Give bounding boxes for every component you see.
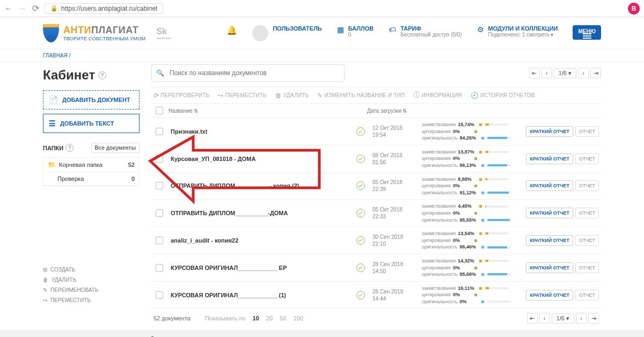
table-row[interactable]: ОТПРАВИТЬ ДИПЛОМ__________-ДОМА05 Окт 20… [151, 200, 601, 227]
breadcrumb[interactable]: ГЛАВНАЯ / [0, 49, 644, 62]
short-report-button[interactable]: КРАТКИЙ ОТЧЕТ [526, 208, 573, 218]
row-checkbox[interactable] [156, 128, 163, 135]
row-checkbox[interactable] [156, 155, 163, 163]
col-date[interactable]: Дата загрузки ⇅ [367, 108, 421, 114]
menu-label: МЕНЮ [578, 28, 596, 34]
page-next[interactable]: › [578, 68, 589, 78]
full-report-button[interactable]: ОТЧЕТ [575, 290, 599, 301]
full-report-button[interactable]: ОТЧЕТ [575, 235, 599, 246]
folder-root[interactable]: 📁 Корневая папка 52 [43, 158, 139, 172]
row-checkbox[interactable] [156, 237, 163, 244]
tool-rename[interactable]: ✎ИЗМЕНИТЬ НАЗВАНИЕ И ТИП [315, 92, 407, 99]
short-report-button[interactable]: КРАТКИЙ ОТЧЕТ [526, 290, 573, 301]
tool-delete[interactable]: 🗑УДАЛИТЬ [273, 92, 311, 99]
tool-history[interactable]: 🕘ИСТОРИЯ ОТЧЕТОВ [469, 92, 537, 99]
file-name[interactable]: ОТПРАВИТЬ ДИПЛОМ__________ - копия (2) [171, 182, 353, 189]
page-first[interactable]: ⇤ [529, 68, 540, 78]
page-next[interactable]: › [576, 313, 587, 324]
col-name[interactable]: Название ⇅ [169, 108, 351, 114]
full-report-button[interactable]: ОТЧЕТ [575, 180, 599, 191]
check-icon [356, 181, 365, 190]
check-icon [356, 127, 365, 136]
all-docs-button[interactable]: Все документы [91, 143, 140, 153]
row-checkbox[interactable] [156, 264, 163, 272]
table-row[interactable]: Курсовая_УП_081018 - ДОМА08 Окт 201801:5… [151, 145, 601, 173]
tool-move[interactable]: ↪ПЕРЕМЕСТИТЬ [216, 92, 268, 99]
page-last[interactable]: ⇥ [590, 68, 601, 78]
logo[interactable]: АНТИПЛАГИАТ ТВОРИТЕ СОБСТВЕННЫМ УМОМ [43, 24, 145, 42]
nav-reload-icon[interactable]: ⟳ [32, 3, 39, 13]
short-report-button[interactable]: КРАТКИЙ ОТЧЕТ [526, 262, 573, 273]
short-report-button[interactable]: КРАТКИЙ ОТЧЕТ [526, 126, 573, 137]
add-text-button[interactable]: ☰ ДОБАВИТЬ ТЕКСТ [43, 114, 140, 133]
upload-date: 08 Окт 201801:56 [372, 152, 419, 166]
file-name[interactable]: КУРСОВАЯ ОРИГИНАЛ____________ (1) [171, 292, 353, 298]
page-indicator[interactable]: 1/6 ▾ [554, 68, 576, 78]
tool-info[interactable]: ⓘИНФОРМАЦИЯ [411, 91, 464, 100]
row-checkbox[interactable] [156, 182, 163, 189]
create-folder[interactable]: ⊞СОЗДАТЬ [43, 265, 140, 275]
nav-fwd-icon[interactable]: → [18, 4, 27, 13]
url-bar[interactable]: 🔒 https://users.antiplagiat.ru/cabinet [45, 3, 163, 14]
full-report-button[interactable]: ОТЧЕТ [575, 153, 599, 164]
checkbox-all[interactable] [156, 107, 163, 114]
toolbar: ⟳ПЕРЕПРОВЕРИТЬ ↪ПЕРЕМЕСТИТЬ 🗑УДАЛИТЬ ✎ИЗ… [151, 87, 601, 104]
pager-bottom: ⇤ ‹ 1/6 ▾ › ⇥ [527, 313, 599, 324]
bell-icon[interactable]: 🔔 [226, 25, 237, 35]
folder-child[interactable]: Проверка 0 [43, 172, 139, 186]
balance-label: БАЛЛОВ [348, 25, 374, 32]
help-icon[interactable]: ? [98, 71, 106, 79]
balance-block[interactable]: ▦ БАЛЛОВ 0 [337, 25, 374, 38]
short-report-button[interactable]: КРАТКИЙ ОТЧЕТ [526, 180, 573, 191]
pp-20[interactable]: 20 [266, 315, 273, 321]
help-icon[interactable]: ? [65, 144, 74, 152]
gear-icon: ⚙ [477, 25, 484, 38]
page-indicator[interactable]: 1/6 ▾ [552, 313, 574, 324]
pager-top: ⇤ ‹ 1/6 ▾ › ⇥ [529, 68, 601, 78]
user-block[interactable]: ПОЛЬЗОВАТЕЛЬ [252, 25, 321, 41]
search-input[interactable]: 🔍 [151, 64, 345, 82]
modules-label: МОДУЛИ И КОЛЛЕКЦИИ [488, 25, 558, 32]
lock-icon: 🔒 [50, 5, 58, 12]
pp-10[interactable]: 10 [253, 315, 259, 321]
pp-50[interactable]: 50 [280, 315, 286, 321]
page-last[interactable]: ⇥ [588, 313, 599, 324]
full-report-button[interactable]: ОТЧЕТ [575, 126, 599, 137]
row-checkbox[interactable] [156, 209, 163, 217]
rename-folder[interactable]: ✎ПЕРЕИМЕНОВАТЬ [43, 285, 140, 295]
modules-block[interactable]: ⚙ МОДУЛИ И КОЛЛЕКЦИИ Подключено: 1 смотр… [477, 25, 558, 38]
row-actions: КРАТКИЙ ОТЧЕТОТЧЕТ [526, 235, 599, 246]
row-checkbox[interactable] [156, 291, 163, 299]
table-row[interactable]: КУРСОВАЯ ОРИГИНАЛ____________ ЕР28 Сен 2… [151, 254, 601, 282]
table-row[interactable]: analiz_i_audit - копия2230 Сен 201822:10… [151, 227, 601, 254]
page-prev[interactable]: ‹ [541, 68, 552, 78]
tarif-block[interactable]: 🏷 ТАРИФ Бесплатный доступ (0/0) [389, 25, 462, 38]
short-report-button[interactable]: КРАТКИЙ ОТЧЕТ [526, 153, 573, 164]
profile-badge[interactable]: B [628, 3, 640, 14]
search-field[interactable] [169, 69, 340, 77]
file-name[interactable]: analiz_i_audit - копия22 [171, 237, 353, 244]
nav-back-icon[interactable]: ← [4, 4, 13, 13]
file-name[interactable]: КУРСОВАЯ ОРИГИНАЛ____________ ЕР [171, 265, 353, 271]
delete-folder[interactable]: 🗑УДАЛИТЬ [43, 275, 140, 285]
menu-button[interactable]: МЕНЮ [573, 25, 601, 40]
wallet-icon: ▦ [337, 25, 344, 38]
folder-icon: 📁 [48, 161, 56, 169]
page-prev[interactable]: ‹ [539, 313, 550, 324]
move-folder[interactable]: ↪ПЕРЕМЕСТИТЬ [43, 295, 140, 305]
table-row[interactable]: Признаки.txt12 Окт 201819:54заимствовани… [151, 118, 601, 145]
table-row[interactable]: КУРСОВАЯ ОРИГИНАЛ____________ (1)28 Сен … [151, 282, 601, 309]
short-report-button[interactable]: КРАТКИЙ ОТЧЕТ [526, 235, 573, 246]
pp-100[interactable]: 100 [293, 315, 303, 321]
full-report-button[interactable]: ОТЧЕТ [575, 208, 599, 218]
page-first[interactable]: ⇤ [527, 313, 538, 324]
file-name[interactable]: Признаки.txt [171, 128, 353, 135]
file-icon: 📄 [49, 96, 58, 104]
full-report-button[interactable]: ОТЧЕТ [575, 262, 599, 273]
file-name[interactable]: ОТПРАВИТЬ ДИПЛОМ__________-ДОМА [171, 210, 353, 216]
tool-recheck[interactable]: ⟳ПЕРЕПРОВЕРИТЬ [151, 92, 211, 99]
file-name[interactable]: Курсовая_УП_081018 - ДОМА [171, 156, 353, 162]
add-document-button[interactable]: 📄 ДОБАВИТЬ ДОКУМЕНТ [43, 90, 140, 109]
metrics: заимствования 4,45%цитирования 0%оригина… [422, 203, 513, 223]
table-row[interactable]: ОТПРАВИТЬ ДИПЛОМ__________ - копия (2)05… [151, 173, 601, 200]
